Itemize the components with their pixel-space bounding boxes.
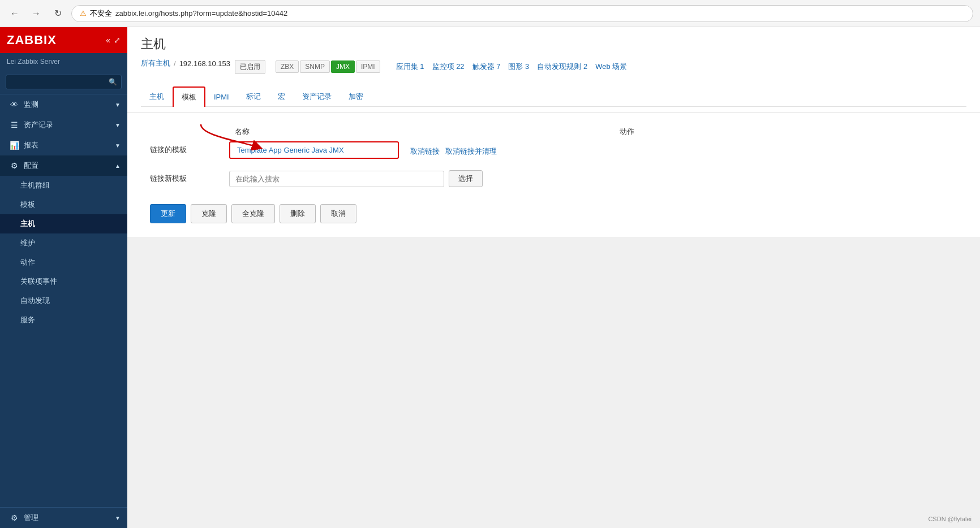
search-input-wrap: 选择 (229, 170, 483, 187)
tab-link-discovery[interactable]: 自动发现规则 2 (535, 60, 590, 73)
tab-link-monitors[interactable]: 监控项 22 (430, 60, 467, 73)
template-name: Template App Generic Java JMX (237, 146, 344, 154)
action-buttons: 更新 克隆 全克隆 删除 取消 (150, 204, 957, 223)
sidebar: ZABBIX « ⤢ Lei Zabbix Server 🔍 👁 监测 ▼ ☰ … (0, 27, 127, 528)
back-button[interactable]: ← (7, 6, 23, 21)
sidebar-item-label: 配置 (24, 161, 38, 171)
sidebar-search: 🔍 (0, 70, 127, 94)
search-input[interactable] (6, 75, 122, 89)
page-header: 主机 所有主机 / 192.168.10.153 已启用 ZBX SNMP JM… (127, 27, 980, 113)
sidebar-sub-item-maintenance[interactable]: 维护 (0, 233, 127, 253)
sidebar-item-admin[interactable]: ⚙ 管理 ▼ (0, 508, 127, 528)
full-clone-button[interactable]: 全克隆 (231, 204, 275, 223)
form-column-headers: 名称 动作 (150, 127, 957, 137)
watermark: CSDN @flytalei (928, 516, 972, 522)
col-name-header: 名称 (235, 127, 416, 137)
collapse-icon[interactable]: « (106, 36, 110, 45)
sidebar-item-label: 资产记录 (24, 120, 53, 130)
fullscreen-icon[interactable]: ⤢ (114, 36, 121, 45)
sidebar-sub-item-actions[interactable]: 动作 (0, 253, 127, 272)
tab-link-web[interactable]: Web 场景 (593, 60, 629, 73)
select-button[interactable]: 选择 (449, 170, 483, 187)
tab-encryption[interactable]: 加密 (340, 86, 372, 106)
template-name-box: Template App Generic Java JMX (229, 141, 399, 159)
sidebar-item-label: 管理 (24, 513, 38, 523)
badge-snmp[interactable]: SNMP (300, 60, 330, 73)
tab-link-triggers[interactable]: 触发器 7 (470, 60, 503, 73)
sidebar-sub-item-label: 维护 (20, 239, 35, 247)
browser-bar: ← → ↻ ⚠ 不安全 zabbix.lei.org/hosts.php?for… (0, 0, 980, 27)
unlink-clear-button[interactable]: 取消链接并清理 (445, 146, 497, 157)
sidebar-monitoring-section: 👁 监测 ▼ ☰ 资产记录 ▼ 📊 报表 ▼ ⚙ 配置 ▲ 主机群组 (0, 94, 127, 330)
tab-host[interactable]: 主机 (141, 86, 173, 106)
sidebar-sub-item-label: 动作 (20, 258, 35, 266)
delete-button[interactable]: 删除 (280, 204, 316, 223)
badge-jmx[interactable]: JMX (331, 60, 355, 73)
update-button[interactable]: 更新 (150, 204, 186, 223)
tab-links: 应用集 1 监控项 22 触发器 7 图形 3 自动发现规则 2 Web 场景 (394, 60, 630, 73)
cancel-button[interactable]: 取消 (320, 204, 356, 223)
clone-button[interactable]: 克隆 (191, 204, 227, 223)
sidebar-sub-item-label: 模板 (20, 200, 35, 209)
col-action-header: 动作 (620, 127, 634, 137)
unlink-button[interactable]: 取消链接 (410, 146, 440, 157)
sidebar-sub-item-templates[interactable]: 模板 (0, 195, 127, 214)
search-icon: 🔍 (109, 78, 117, 86)
template-actions: 取消链接 取消链接并清理 (410, 146, 497, 157)
chevron-down-icon: ▼ (115, 102, 121, 108)
badge-ipmi[interactable]: IPMI (356, 60, 380, 73)
tab-inventory[interactable]: 资产记录 (294, 86, 340, 106)
chevron-down-icon: ▼ (115, 142, 121, 149)
tab-ipmi[interactable]: IPMI (205, 88, 238, 106)
address-bar[interactable]: ⚠ 不安全 zabbix.lei.org/hosts.php?form=upda… (71, 5, 973, 22)
tab-link-graphs[interactable]: 图形 3 (506, 60, 531, 73)
sidebar-sub-item-hosts[interactable]: 主机 (0, 214, 127, 233)
gear-icon: ⚙ (9, 161, 19, 170)
breadcrumb-all-hosts[interactable]: 所有主机 (141, 58, 170, 68)
template-search-input[interactable] (229, 171, 444, 187)
sidebar-sub-item-label: 主机群组 (20, 181, 50, 189)
admin-gear-icon: ⚙ (9, 513, 19, 522)
eye-icon: 👁 (9, 100, 19, 109)
chevron-down-icon: ▼ (115, 122, 121, 128)
tab-link-appsets[interactable]: 应用集 1 (394, 60, 427, 73)
sidebar-item-assets[interactable]: ☰ 资产记录 ▼ (0, 115, 127, 135)
url-text: zabbix.lei.org/hosts.php?form=update&hos… (115, 9, 287, 18)
sidebar-sub-item-label: 自动发现 (20, 296, 50, 305)
protocol-badges: ZBX SNMP JMX IPMI (276, 60, 380, 73)
sidebar-admin-section: ⚙ 管理 ▼ (0, 507, 127, 528)
sidebar-item-reports[interactable]: 📊 报表 ▼ (0, 135, 127, 155)
sidebar-header-icons: « ⤢ (106, 36, 121, 45)
insecure-label: 不安全 (90, 8, 112, 19)
forward-button[interactable]: → (28, 6, 44, 21)
badge-zbx[interactable]: ZBX (276, 60, 299, 73)
sidebar-item-label: 报表 (24, 140, 38, 150)
sidebar-sub-item-services[interactable]: 服务 (0, 310, 127, 330)
sidebar-sub-item-label: 服务 (20, 315, 35, 324)
breadcrumb: 所有主机 / 192.168.10.153 (141, 58, 230, 68)
breadcrumb-separator: / (174, 59, 176, 68)
sidebar-item-monitoring[interactable]: 👁 监测 ▼ (0, 94, 127, 115)
sidebar-sub-item-corr-events[interactable]: 关联项事件 (0, 272, 127, 291)
status-badge-enabled[interactable]: 已启用 (235, 60, 265, 74)
sidebar-sub-item-label: 关联项事件 (20, 277, 57, 285)
sidebar-logo: ZABBIX (7, 33, 57, 47)
sidebar-header: ZABBIX « ⤢ (0, 27, 127, 53)
warning-icon: ⚠ (80, 9, 87, 18)
reload-button[interactable]: ↻ (50, 6, 66, 21)
main-content: 主机 所有主机 / 192.168.10.153 已启用 ZBX SNMP JM… (127, 27, 980, 528)
chevron-down-icon: ▼ (115, 515, 121, 521)
sidebar-server-name: Lei Zabbix Server (0, 53, 127, 70)
form-area: 名称 动作 链接的模板 (127, 113, 980, 237)
tabs-row: 主机 模板 IPMI 标记 宏 资产记录 加密 (141, 81, 966, 107)
breadcrumb-current-host: 192.168.10.153 (179, 59, 230, 68)
sidebar-item-config[interactable]: ⚙ 配置 ▲ (0, 155, 127, 176)
sidebar-sub-item-label: 主机 (20, 219, 35, 228)
sidebar-sub-item-discovery[interactable]: 自动发现 (0, 291, 127, 310)
page-title: 主机 (141, 36, 966, 53)
tab-template[interactable]: 模板 (173, 86, 205, 107)
tab-tags[interactable]: 标记 (238, 86, 269, 106)
new-template-row: 链接新模板 选择 (150, 170, 957, 187)
tab-macros[interactable]: 宏 (269, 86, 294, 106)
sidebar-sub-item-hostgroups[interactable]: 主机群组 (0, 176, 127, 195)
